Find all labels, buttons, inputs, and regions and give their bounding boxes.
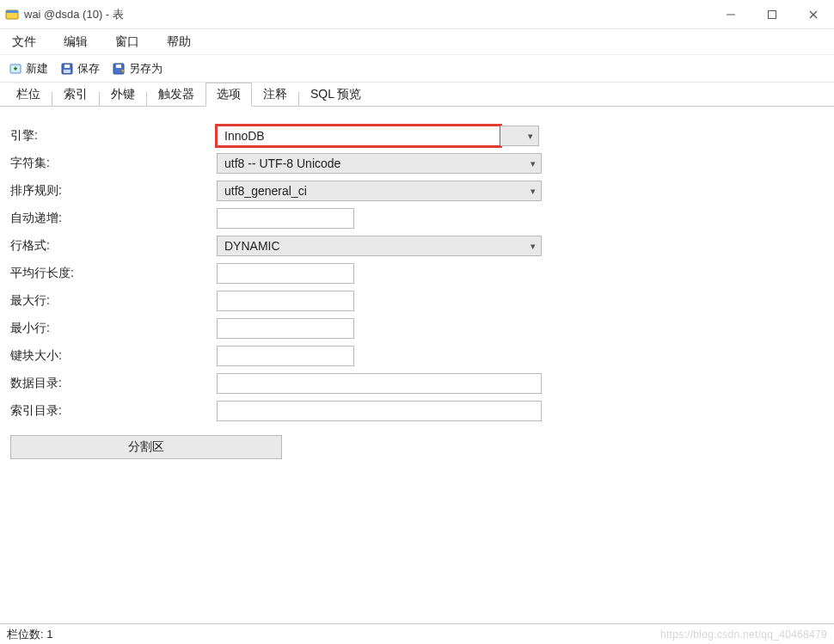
menu-edit[interactable]: 编辑 bbox=[60, 33, 91, 52]
saveas-icon bbox=[112, 62, 126, 76]
toolbar: 新建 保存 另存为 bbox=[0, 55, 834, 83]
menu-window[interactable]: 窗口 bbox=[112, 33, 143, 52]
watermark-text: https://blog.csdn.net/qq_40468479 bbox=[660, 629, 827, 641]
tab-foreign[interactable]: 外键 bbox=[100, 83, 146, 106]
datadir-input[interactable] bbox=[217, 373, 542, 394]
tabstrip: 栏位 索引 外键 触发器 选项 注释 SQL 预览 bbox=[0, 83, 834, 107]
tab-sqlpreview[interactable]: SQL 预览 bbox=[299, 83, 372, 106]
menu-file[interactable]: 文件 bbox=[9, 33, 40, 52]
svg-rect-3 bbox=[769, 11, 776, 19]
tab-comment[interactable]: 注释 bbox=[252, 83, 298, 106]
statusbar: 栏位数: 1 https://blog.csdn.net/qq_40468479 bbox=[0, 623, 834, 644]
engine-value: InnoDB bbox=[224, 129, 493, 143]
menu-help[interactable]: 帮助 bbox=[163, 33, 194, 52]
rowformat-value: DYNAMIC bbox=[224, 239, 534, 253]
save-button-label: 保存 bbox=[77, 61, 100, 77]
maxrows-input[interactable] bbox=[217, 291, 354, 311]
titlebar: wai @dsda (10) - 表 bbox=[0, 0, 834, 29]
status-fieldcount: 栏位数: 1 bbox=[7, 627, 52, 642]
close-button[interactable] bbox=[793, 0, 834, 29]
minimize-button[interactable] bbox=[710, 0, 751, 29]
chevron-down-icon: ▾ bbox=[528, 131, 533, 142]
maximize-button[interactable] bbox=[751, 0, 793, 29]
tab-triggers[interactable]: 触发器 bbox=[147, 83, 205, 106]
partition-button[interactable]: 分割区 bbox=[10, 435, 282, 459]
maxrows-label: 最大行: bbox=[10, 293, 217, 309]
indexdir-input[interactable] bbox=[217, 401, 542, 421]
autoinc-input[interactable] bbox=[217, 208, 354, 229]
collation-value: utf8_general_ci bbox=[224, 184, 534, 198]
saveas-button[interactable]: 另存为 bbox=[112, 61, 163, 77]
rowformat-combo[interactable]: DYNAMIC ▾ bbox=[217, 236, 542, 256]
rowformat-label: 行格式: bbox=[10, 238, 217, 254]
svg-rect-13 bbox=[116, 64, 121, 68]
keyblock-label: 键块大小: bbox=[10, 348, 217, 364]
window-title: wai @dsda (10) - 表 bbox=[24, 7, 124, 22]
avgrowlen-input[interactable] bbox=[217, 263, 354, 284]
collation-label: 排序规则: bbox=[10, 183, 217, 199]
window-controls bbox=[710, 0, 834, 29]
svg-rect-8 bbox=[15, 66, 16, 70]
charset-combo[interactable]: utf8 -- UTF-8 Unicode ▾ bbox=[217, 153, 542, 174]
new-button[interactable]: 新建 bbox=[9, 61, 48, 77]
minrows-input[interactable] bbox=[217, 318, 354, 339]
engine-label: 引擎: bbox=[10, 128, 217, 144]
charset-value: utf8 -- UTF-8 Unicode bbox=[224, 156, 534, 170]
save-icon bbox=[60, 62, 74, 76]
engine-combo[interactable]: InnoDB bbox=[217, 126, 500, 146]
autoinc-label: 自动递增: bbox=[10, 211, 217, 226]
svg-rect-10 bbox=[64, 64, 70, 68]
charset-label: 字符集: bbox=[10, 156, 217, 171]
options-form: 引擎: InnoDB ▾ 字符集: utf8 -- UTF-8 Unicode … bbox=[0, 107, 834, 643]
saveas-button-label: 另存为 bbox=[129, 61, 163, 77]
tab-indexes[interactable]: 索引 bbox=[52, 83, 99, 106]
engine-combo-caret[interactable]: ▾ bbox=[500, 126, 539, 146]
new-button-label: 新建 bbox=[26, 61, 48, 77]
indexdir-label: 索引目录: bbox=[10, 403, 217, 419]
keyblock-input[interactable] bbox=[217, 346, 354, 366]
save-button[interactable]: 保存 bbox=[60, 61, 100, 77]
svg-rect-1 bbox=[6, 10, 18, 13]
tab-options[interactable]: 选项 bbox=[205, 83, 252, 107]
menubar: 文件 编辑 窗口 帮助 bbox=[0, 29, 834, 55]
minrows-label: 最小行: bbox=[10, 321, 217, 336]
avgrowlen-label: 平均行长度: bbox=[10, 266, 217, 281]
partition-button-label: 分割区 bbox=[128, 439, 164, 455]
svg-rect-11 bbox=[64, 70, 71, 73]
datadir-label: 数据目录: bbox=[10, 376, 217, 391]
collation-combo[interactable]: utf8_general_ci ▾ bbox=[217, 181, 542, 201]
new-icon bbox=[9, 62, 22, 76]
app-icon bbox=[5, 8, 19, 21]
tab-fields[interactable]: 栏位 bbox=[5, 83, 52, 106]
